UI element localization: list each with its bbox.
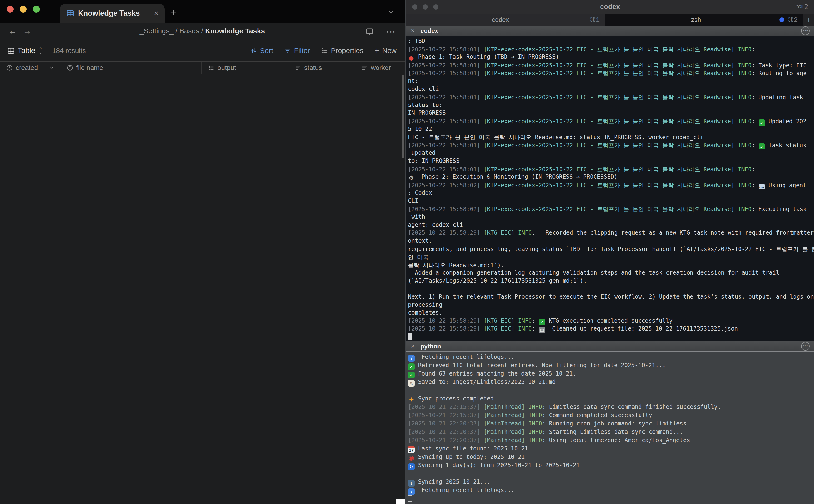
terminal-line: i Fetching recent lifelogs...	[408, 487, 814, 495]
view-header: ← → _Settings_ / Bases / Knowledge Tasks…	[0, 23, 405, 40]
new-terminal-tab-button[interactable]: +	[803, 14, 814, 26]
pane-title: codex	[420, 27, 801, 35]
terminal-line: [2025-10-21 22:15:37] [MainThread] INFO:…	[408, 404, 814, 412]
terminal-line: [2025-10-22 15:58:02] [KTP-exec-codex-20…	[408, 182, 814, 190]
terminal-line: [2025-10-21 22:20:37] [MainThread] INFO:…	[408, 429, 814, 437]
chevron-down-icon[interactable]	[387, 8, 395, 16]
terminal-line: completes.	[408, 309, 814, 317]
filter-icon	[284, 47, 291, 54]
terminal-line: : TBD	[408, 38, 814, 46]
terminal-window-title: codex	[406, 3, 814, 11]
pane-header-codex: × codex •••	[406, 26, 814, 36]
list-icon	[295, 64, 301, 71]
terminal-line: [2025-10-22 15:58:01] [KTP-exec-codex-20…	[408, 69, 814, 78]
robot-icon: oo	[759, 184, 765, 190]
terminal-line: IN_PROGRESS	[408, 109, 814, 118]
column-header-created[interactable]: created	[0, 62, 60, 74]
terminal-line	[408, 333, 814, 341]
terminal-line: [2025-10-22 15:58:01] [KTP-exec-codex-20…	[408, 62, 814, 70]
view-switcher[interactable]: Table ⌃⌃	[7, 46, 43, 55]
python-pane-output[interactable]: i Fetching recent lifelogs...✓ Retrieved…	[406, 352, 814, 504]
pane-menu-icon[interactable]: •••	[801, 26, 810, 35]
terminal-line: updated	[408, 149, 814, 158]
ok-icon: ✓	[759, 143, 765, 150]
window-shortcut-label: ⌥⌘2	[796, 3, 808, 11]
ok-icon: ✓	[408, 372, 415, 378]
obsidian-window: Knowledge Tasks × + ← → _Settings_ / Bas…	[0, 0, 405, 504]
column-header-file-name[interactable]: file name	[60, 62, 202, 74]
terminal-cursor	[408, 495, 412, 502]
terminal-line: Next: 1) Run the relevant Task Processor…	[408, 293, 814, 301]
tab-shortcut: ⌘1	[590, 16, 600, 24]
properties-icon	[321, 47, 328, 54]
terminal-line: [2025-10-22 15:58:01] [KTP-exec-codex-20…	[408, 46, 814, 54]
terminal-line	[408, 495, 814, 504]
minimize-window-button[interactable]	[20, 6, 27, 13]
terminal-window: codex ⌥⌘2 codex ⌘1 -zsh ⌘2 + × codex •••…	[405, 0, 814, 504]
terminal-cursor	[408, 333, 412, 340]
terminal-line: ⚙ Phase 2: Execution & Monitoring (IN_PR…	[408, 173, 814, 182]
resize-corner	[396, 499, 405, 504]
terminal-line: 5-10-22	[408, 126, 814, 134]
terminal-line: EIC - 트럼프가 불 붙인 미국 몰락 시나리오 Readwise.md: …	[408, 133, 814, 142]
properties-button[interactable]: Properties	[321, 47, 363, 55]
sort-icon	[250, 47, 257, 54]
terminal-line: with	[408, 213, 814, 222]
pane-menu-icon[interactable]: •••	[801, 342, 810, 351]
filter-button[interactable]: Filter	[284, 47, 310, 55]
terminal-line: 17 Last sync file found: 2025-10-21	[408, 445, 814, 454]
terminal-line: [2025-10-21 22:20:37] [MainThread] INFO:…	[408, 437, 814, 445]
reading-view-icon[interactable]	[365, 27, 374, 36]
close-pane-icon[interactable]: ×	[411, 27, 415, 35]
table-grid-icon	[66, 9, 74, 17]
terminal-line: 인 미국	[408, 253, 814, 262]
info-icon: i	[408, 355, 415, 362]
breadcrumb-current: Knowledge Tasks	[205, 27, 265, 35]
terminal-line: [2025-10-22 15:58:01] [KTP-exec-codex-20…	[408, 94, 814, 102]
terminal-line: ✓ Retrieved 110 total recent entries. No…	[408, 362, 814, 370]
table-header: created file name output status worker	[0, 61, 405, 74]
close-icon[interactable]: ×	[154, 9, 159, 18]
screen: Knowledge Tasks × + ← → _Settings_ / Bas…	[0, 0, 814, 504]
terminal-line: ontext,	[408, 237, 814, 246]
terminal-line: : Codex	[408, 189, 814, 198]
terminal-titlebar: codex ⌥⌘2	[406, 0, 814, 14]
plus-icon: +	[374, 46, 379, 56]
sort-button[interactable]: Sort	[250, 47, 273, 55]
terminal-tab-zsh[interactable]: -zsh ⌘2	[605, 14, 803, 26]
terminal-line: [2025-10-22 15:58:02] [KTP-exec-codex-20…	[408, 205, 814, 213]
pane-title: python	[420, 343, 801, 350]
gear-icon: ⚙	[408, 175, 415, 181]
vertical-scrollbar[interactable]	[402, 75, 404, 158]
chevron-down-icon[interactable]	[49, 64, 55, 70]
terminal-line	[408, 470, 814, 479]
column-header-status[interactable]: status	[288, 62, 355, 74]
info-circle-icon	[67, 64, 73, 71]
terminal-line: ✎ Saved to: Ingest/Limitless/2025-10-21.…	[408, 379, 814, 387]
terminal-line: [2025-10-21 22:15:37] [MainThread] INFO:…	[408, 412, 814, 420]
close-pane-icon[interactable]: ×	[411, 342, 415, 350]
new-tab-button[interactable]: +	[170, 8, 176, 18]
codex-pane-output[interactable]: : TBD[2025-10-22 15:58:01] [KTP-exec-cod…	[406, 36, 814, 341]
terminal-line: [2025-10-22 15:58:29] [KTG-EIC] INFO: - …	[408, 229, 814, 237]
terminal-line: [2025-10-21 22:20:37] [MainThread] INFO:…	[408, 420, 814, 429]
tab-title: Knowledge Tasks	[78, 9, 151, 18]
terminal-line	[408, 387, 814, 395]
column-header-worker[interactable]: worker	[355, 62, 405, 74]
breadcrumb-path[interactable]: _Settings_ / Bases /	[140, 27, 205, 35]
terminal-line: ↓ Syncing 2025-10-21...	[408, 479, 814, 487]
more-options-icon[interactable]: ⋯	[386, 26, 396, 37]
ok-icon: ✓	[539, 319, 545, 326]
clock-icon	[6, 64, 13, 71]
terminal-line: nt:	[408, 78, 814, 86]
terminal-line: [2025-10-22 15:58:01] [KTP-exec-codex-20…	[408, 118, 814, 126]
column-header-output[interactable]: output	[202, 62, 288, 74]
close-window-button[interactable]	[7, 6, 14, 13]
terminal-line: ● Phase 1: Task Routing (TBD → IN_PROGRE…	[408, 54, 814, 62]
terminal-line: 몰락 시나리오 Readwise.md:1`).	[408, 262, 814, 270]
new-button[interactable]: + New	[374, 46, 397, 56]
terminal-tab-codex[interactable]: codex ⌘1	[406, 14, 605, 26]
tab-knowledge-tasks[interactable]: Knowledge Tasks ×	[60, 4, 165, 23]
zoom-window-button[interactable]	[33, 6, 40, 13]
terminal-line: ↻ Syncing 1 day(s): from 2025-10-21 to 2…	[408, 462, 814, 470]
